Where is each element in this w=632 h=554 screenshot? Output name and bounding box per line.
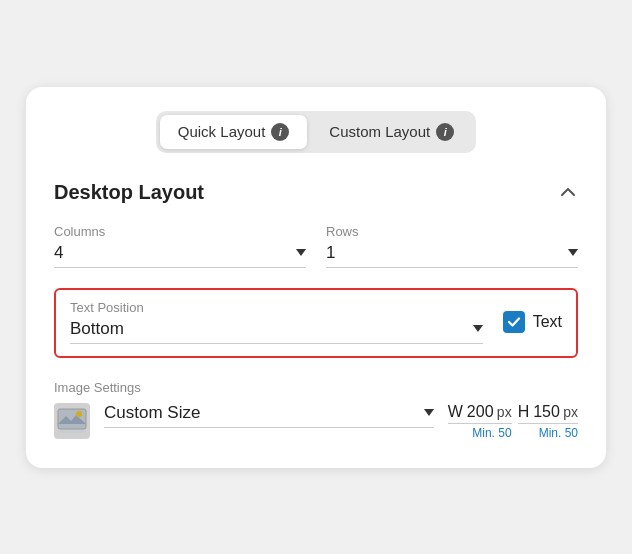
text-position-select-group: Text Position Bottom xyxy=(70,300,483,344)
rows-dropdown-arrow xyxy=(568,249,578,256)
size-inputs: W 200 px Min. 50 H 150 px Min. 50 xyxy=(448,403,578,440)
section-title: Desktop Layout xyxy=(54,181,204,204)
text-position-box: Text Position Bottom Text xyxy=(54,288,578,358)
image-settings-section: Image Settings Custom Size xyxy=(54,380,578,440)
text-checkbox-label: Text xyxy=(533,313,562,331)
width-letter: W xyxy=(448,403,463,421)
image-icon xyxy=(54,403,90,439)
height-field: H 150 px Min. 50 xyxy=(518,403,578,440)
tab-bar: Quick Layout i Custom Layout i xyxy=(54,111,578,153)
columns-value: 4 xyxy=(54,243,292,263)
height-value[interactable]: 150 xyxy=(533,403,561,421)
tab-custom-layout[interactable]: Custom Layout i xyxy=(311,115,472,149)
image-settings-row: Custom Size W 200 px Min. 50 H xyxy=(54,403,578,440)
custom-size-select[interactable]: Custom Size xyxy=(104,403,434,428)
section-header: Desktop Layout xyxy=(54,181,578,204)
custom-size-dropdown-arrow xyxy=(424,409,434,416)
text-position-dropdown-arrow xyxy=(473,325,483,332)
rows-value: 1 xyxy=(326,243,564,263)
rows-field: Rows 1 xyxy=(326,224,578,268)
text-position-select[interactable]: Bottom xyxy=(70,319,483,344)
custom-layout-info-icon[interactable]: i xyxy=(436,123,454,141)
quick-layout-info-icon[interactable]: i xyxy=(271,123,289,141)
quick-layout-label: Quick Layout xyxy=(178,123,266,140)
custom-size-select-group: Custom Size xyxy=(104,403,434,428)
svg-rect-3 xyxy=(58,430,86,433)
tab-group: Quick Layout i Custom Layout i xyxy=(156,111,476,153)
rows-select[interactable]: 1 xyxy=(326,243,578,268)
collapse-button[interactable] xyxy=(558,182,578,202)
height-field-row: H 150 px xyxy=(518,403,578,424)
custom-size-value: Custom Size xyxy=(104,403,420,423)
height-min-label: Min. 50 xyxy=(539,426,578,440)
columns-field: Columns 4 xyxy=(54,224,306,268)
width-min-label: Min. 50 xyxy=(472,426,511,440)
rows-label: Rows xyxy=(326,224,578,239)
svg-point-2 xyxy=(76,411,82,417)
columns-dropdown-arrow xyxy=(296,249,306,256)
width-field-row: W 200 px xyxy=(448,403,512,424)
text-position-inner: Text Position Bottom Text xyxy=(70,300,562,344)
width-value[interactable]: 200 xyxy=(467,403,495,421)
custom-layout-label: Custom Layout xyxy=(329,123,430,140)
height-letter: H xyxy=(518,403,530,421)
text-checkbox[interactable] xyxy=(503,311,525,333)
tab-quick-layout[interactable]: Quick Layout i xyxy=(160,115,308,149)
text-checkbox-group: Text xyxy=(503,311,562,333)
text-position-value: Bottom xyxy=(70,319,469,339)
columns-rows-row: Columns 4 Rows 1 xyxy=(54,224,578,268)
image-settings-label: Image Settings xyxy=(54,380,578,395)
columns-label: Columns xyxy=(54,224,306,239)
svg-rect-0 xyxy=(58,409,86,429)
width-field: W 200 px Min. 50 xyxy=(448,403,512,440)
height-unit: px xyxy=(563,404,578,420)
text-position-label: Text Position xyxy=(70,300,483,315)
layout-panel: Quick Layout i Custom Layout i Desktop L… xyxy=(26,87,606,468)
columns-select[interactable]: 4 xyxy=(54,243,306,268)
width-unit: px xyxy=(497,404,512,420)
